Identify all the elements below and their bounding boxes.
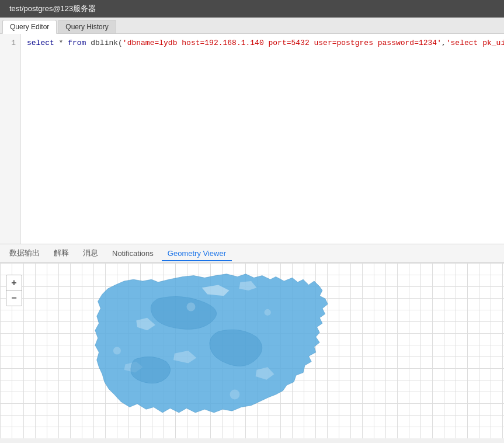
- title-text: test/postgres@123服务器: [9, 4, 96, 14]
- tab-query-history[interactable]: Query History: [58, 20, 116, 33]
- tab-query-editor[interactable]: Query Editor: [2, 20, 57, 34]
- tab-explain[interactable]: 解释: [48, 245, 75, 262]
- editor-content: 1 select * from dblink('dbname=lydb host…: [0, 34, 504, 244]
- svg-point-3: [113, 347, 121, 354]
- svg-point-1: [186, 303, 195, 312]
- tab-geometry-viewer[interactable]: Geometry Viewer: [162, 247, 232, 261]
- editor-scrollbar[interactable]: [0, 244, 504, 244]
- line-numbers: 1: [0, 34, 21, 244]
- bottom-tab-bar: 数据输出 解释 消息 Notifications Geometry Viewer: [0, 244, 504, 263]
- zoom-out-button[interactable]: −: [6, 290, 22, 306]
- editor-area[interactable]: 1 select * from dblink('dbname=lydb host…: [0, 34, 504, 244]
- svg-point-2: [265, 309, 271, 316]
- tab-notifications[interactable]: Notifications: [106, 247, 159, 261]
- code-area[interactable]: select * from dblink('dbname=lydb host=1…: [21, 34, 504, 244]
- zoom-controls: + −: [6, 275, 22, 306]
- zoom-in-button[interactable]: +: [6, 275, 22, 290]
- tab-messages[interactable]: 消息: [77, 245, 104, 262]
- tab-data-output[interactable]: 数据输出: [4, 245, 46, 262]
- geometry-svg: [0, 263, 504, 438]
- geometry-viewer-panel: + −: [0, 263, 504, 438]
- top-tab-bar: Query Editor Query History: [0, 18, 504, 34]
- map-container[interactable]: + −: [0, 263, 504, 438]
- svg-point-4: [230, 390, 240, 400]
- title-bar: test/postgres@123服务器: [0, 0, 504, 18]
